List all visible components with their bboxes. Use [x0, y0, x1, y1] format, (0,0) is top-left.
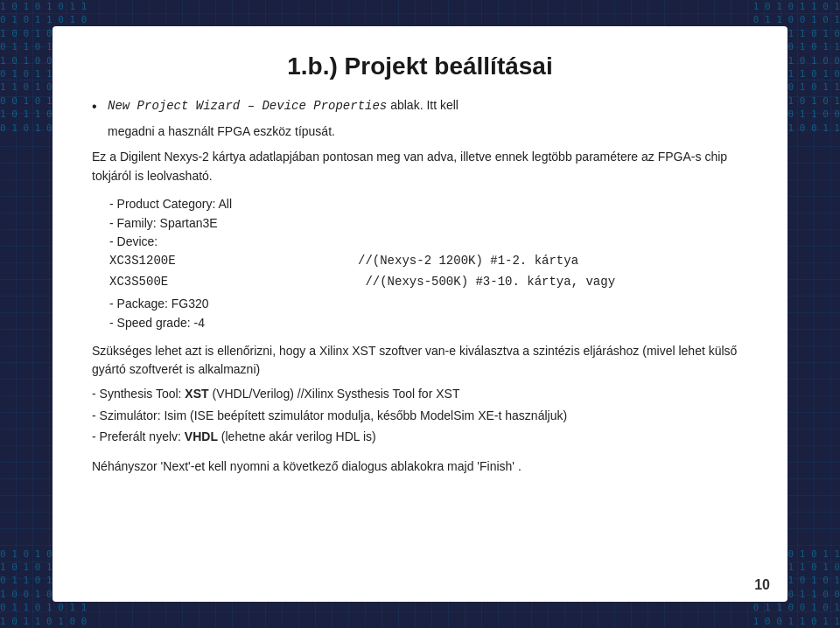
content-area: • New Project Wizard – Device Properties…	[92, 96, 748, 477]
synth-rest: (VHDL/Verilog) //Xilinx Systhesis Tool f…	[209, 387, 460, 401]
bullet-line-1: • New Project Wizard – Device Properties…	[92, 96, 748, 118]
list-block: - Product Category: All - Family: Sparta…	[109, 195, 748, 252]
list-item-4: - Package: FG320	[109, 295, 748, 314]
page-title: 1.b.) Projekt beállításai	[92, 52, 748, 80]
final-para: Néhányszor 'Next'-et kell nyomni a követ…	[92, 457, 748, 477]
synth-bold: XST	[185, 387, 208, 401]
page-number: 10	[754, 577, 770, 593]
list-item-3: - Device:	[109, 233, 748, 252]
device-desc-2: //(Nexys-500K) #3-10. kártya, vagy	[284, 273, 615, 292]
pref-rest: (lehetne akár verilog HDL is)	[218, 429, 376, 443]
pref-bold: VHDL	[185, 429, 218, 443]
list-item-1: - Product Category: All	[109, 195, 748, 214]
device-table: XC3S1200E //(Nexys-2 1200K) #1-2. kártya…	[109, 252, 748, 291]
device-name-2: XC3S500E	[109, 273, 284, 292]
device-desc-1: //(Nexys-2 1200K) #1-2. kártya	[284, 252, 578, 271]
line1-cont: megadni a használt FPGA eszköz típusát.	[108, 122, 748, 142]
list-item-2: - Family: Spartan3E	[109, 214, 748, 234]
bullet-icon-1: •	[92, 96, 108, 118]
device-row-1: XC3S1200E //(Nexys-2 1200K) #1-2. kártya	[109, 252, 748, 271]
list-block-2: - Package: FG320 - Speed grade: -4	[109, 295, 748, 332]
list-item-5: - Speed grade: -4	[109, 314, 748, 333]
main-card: 1.b.) Projekt beállításai • New Project …	[52, 26, 788, 602]
line1-itt: Itt kell	[426, 98, 458, 112]
pref-line: - Preferált nyelv: VHDL (lehetne akár ve…	[92, 428, 748, 447]
line1-mono: New Project Wizard – Device Properties	[108, 99, 387, 113]
para3: Szükséges lehet azt is ellenőrizni, hogy…	[92, 342, 748, 380]
device-row-2: XC3S500E //(Nexys-500K) #3-10. kártya, v…	[109, 273, 748, 292]
device-name-1: XC3S1200E	[109, 252, 284, 271]
para2: Ez a Digilent Nexys-2 kártya adatlapjába…	[92, 148, 748, 185]
sim-line: - Szimulátor: Isim (ISE beépített szimul…	[92, 407, 748, 426]
line1-text: New Project Wizard – Device Properties a…	[108, 96, 458, 116]
synth-line: - Synthesis Tool: XST (VHDL/Verilog) //X…	[92, 385, 748, 404]
line1-ablak: ablak.	[390, 98, 426, 112]
